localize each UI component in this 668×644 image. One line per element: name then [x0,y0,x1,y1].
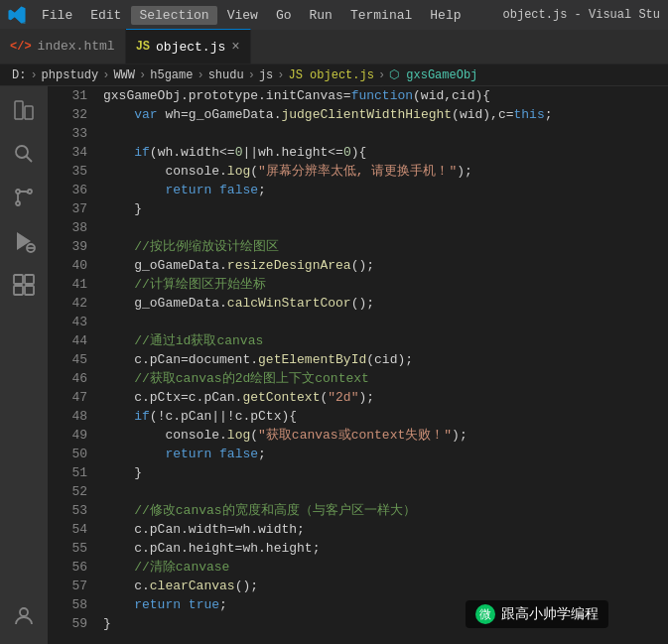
svg-rect-12 [14,286,23,295]
breadcrumb-sep-5: › [248,68,255,82]
svg-rect-1 [25,106,33,119]
svg-rect-13 [25,286,34,295]
code-line: //清除canvase [103,558,660,577]
main-area: 3132333435363738394041424344454647484950… [0,86,668,644]
code-line: if(wh.width<=0||wh.height<=0){ [103,143,660,162]
breadcrumb-sep-6: › [277,68,284,82]
code-line: console.log("屏幕分辨率太低, 请更换手机！"); [103,162,660,181]
svg-point-4 [16,190,20,193]
breadcrumb-part-phpstudy[interactable]: phpstudy [42,68,99,82]
svg-rect-10 [14,275,23,284]
html-file-icon: </> [10,40,32,54]
activity-bar [0,86,48,644]
svg-point-2 [16,146,28,158]
source-control-icon [12,186,36,209]
search-icon [12,142,36,166]
tab-label-index-html: index.html [38,39,115,54]
window-title: object.js - Visual Stu [503,8,660,22]
code-line: } [103,463,660,482]
tab-close-button[interactable]: × [231,40,239,54]
menu-run[interactable]: Run [301,6,339,25]
tab-index-html[interactable]: </> index.html [0,29,126,64]
code-line: //获取canvas的2d绘图上下文context [103,369,660,388]
code-line: ​ [103,482,660,501]
code-line: } [103,199,660,218]
breadcrumb-sep-3: › [139,68,146,82]
code-area[interactable]: 3132333435363738394041424344454647484950… [48,86,668,644]
code-line: c.clearCanvas(); [103,577,660,595]
run-debug-icon [12,229,36,253]
breadcrumb-sep-4: › [197,68,203,82]
code-line: c.pCan.height=wh.height; [103,539,660,558]
code-line: g_oGameData.calcWinStartCoor(); [103,294,660,313]
code-line: ​ [103,124,660,143]
svg-rect-11 [25,275,34,284]
menu-terminal[interactable]: Terminal [342,6,420,25]
code-line: c.pCan=document.getElementById(cid); [103,350,660,369]
code-line: var wh=g_oGameData.judgeClientWidthHiegh… [103,105,660,124]
sidebar-item-account[interactable] [4,596,44,636]
line-numbers: 3132333435363738394041424344454647484950… [48,86,95,644]
code-content[interactable]: gxsGameObj.prototype.initCanvas=function… [95,86,668,644]
menu-help[interactable]: Help [422,6,468,25]
menu-selection[interactable]: Selection [131,6,216,25]
code-line: //计算绘图区开始坐标 [103,275,660,294]
sidebar-item-explorer[interactable] [4,90,44,130]
breadcrumb-sep-7: › [378,68,385,82]
svg-point-6 [16,201,20,205]
title-bar: File Edit Selection View Go Run Terminal… [0,0,668,30]
sidebar-item-search[interactable] [4,134,44,174]
menu-edit[interactable]: Edit [82,6,129,25]
explorer-icon [12,98,36,122]
breadcrumb-part-shudu[interactable]: shudu [208,68,244,82]
breadcrumb-part-d[interactable]: D: [12,68,26,82]
breadcrumb-part-class[interactable]: ⬡ gxsGameObj [389,67,477,82]
watermark: 微 跟高小帅学编程 [466,600,608,628]
menu-view[interactable]: View [219,6,266,25]
sidebar-item-extensions[interactable] [4,265,44,305]
menu-go[interactable]: Go [268,6,300,25]
breadcrumb: D: › phpstudy › WWW › h5game › shudu › j… [0,64,668,86]
vscode-logo-icon [8,6,26,24]
sidebar-item-run-debug[interactable] [4,221,44,261]
activity-bar-bottom [4,596,44,644]
breadcrumb-part-h5game[interactable]: h5game [150,68,193,82]
breadcrumb-part-js[interactable]: js [259,68,273,82]
svg-rect-0 [15,101,23,119]
code-line: ​ [103,218,660,237]
editor: 3132333435363738394041424344454647484950… [48,86,668,644]
account-icon [12,604,36,628]
tab-object-js[interactable]: JS object.js × [126,29,251,64]
svg-line-3 [27,157,33,163]
breadcrumb-part-jsfile[interactable]: JS object.js [288,68,373,82]
watermark-text: 跟高小帅学编程 [501,605,599,623]
menu-file[interactable]: File [34,6,80,25]
breadcrumb-part-www[interactable]: WWW [113,68,135,82]
code-line: gxsGameObj.prototype.initCanvas=function… [103,86,660,105]
code-line: return false; [103,445,660,463]
code-line: g_oGameData.resizeDesignArea(); [103,256,660,275]
code-line: //按比例缩放设计绘图区 [103,237,660,256]
code-line: //通过id获取canvas [103,331,660,350]
breadcrumb-sep-1: › [30,68,37,82]
code-line: c.pCan.width=wh.width; [103,520,660,539]
tab-bar: </> index.html JS object.js × [0,30,668,64]
code-line: return false; [103,181,660,199]
breadcrumb-sep-2: › [102,68,109,82]
code-line: ​ [103,313,660,331]
svg-point-14 [20,608,28,616]
js-file-icon: JS [136,40,150,54]
sidebar-item-source-control[interactable] [4,178,44,217]
code-line: if(!c.pCan||!c.pCtx){ [103,407,660,426]
watermark-icon: 微 [475,604,495,624]
menu-bar: File Edit Selection View Go Run Terminal… [34,6,469,25]
code-line: c.pCtx=c.pCan.getContext("2d"); [103,388,660,407]
extensions-icon [12,273,36,297]
code-line: //修改canvas的宽度和高度（与客户区一样大） [103,501,660,520]
tab-label-object-js: object.js [156,40,225,55]
code-line: console.log("获取canvas或context失败！"); [103,426,660,445]
